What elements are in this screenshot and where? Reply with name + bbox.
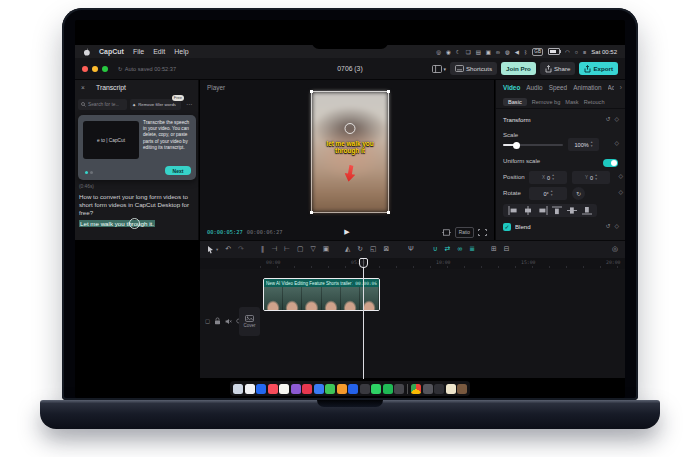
adjust-button[interactable]: ⊞ — [491, 246, 497, 253]
scale-value-field[interactable]: 100% ▴▾ — [568, 138, 599, 151]
shortcuts-button[interactable]: Shortcuts — [450, 62, 497, 75]
dock-app-green-2[interactable] — [383, 384, 393, 394]
tab-animation[interactable]: Animation — [573, 84, 601, 91]
dock-notes[interactable] — [279, 384, 289, 394]
menu-help[interactable]: Help — [174, 48, 188, 55]
menu-status-icon[interactable]: ∞ — [496, 49, 500, 55]
wifi-icon[interactable]: ◠ — [565, 49, 570, 55]
split-button[interactable]: ∥ — [261, 246, 264, 253]
menu-status-icon[interactable]: ◀ — [515, 49, 519, 55]
tab-adjust[interactable]: Adjust — [608, 84, 614, 91]
menu-status-icon[interactable]: ❏ — [466, 49, 471, 55]
dock-app-green[interactable] — [325, 384, 335, 394]
menu-capcut[interactable]: CapCut — [99, 48, 124, 55]
position-x-field[interactable]: X 0 ▴▾ — [529, 171, 567, 184]
apple-menu[interactable] — [83, 48, 90, 56]
tab-video[interactable]: Video — [503, 84, 520, 91]
dock-app-dark[interactable] — [360, 384, 370, 394]
align-bottom-icon[interactable] — [582, 206, 592, 215]
auto-ripple-toggle[interactable]: ⇄ — [445, 246, 451, 253]
scale-stepper[interactable]: ▴▾ — [591, 141, 593, 148]
dock-appstore[interactable] — [348, 384, 358, 394]
fit-screen-icon[interactable] — [442, 229, 451, 236]
selection-handle[interactable] — [387, 211, 390, 214]
align-top-icon[interactable] — [552, 206, 562, 215]
undo-button[interactable]: ↶ — [225, 246, 231, 253]
search-input[interactable]: Search for te... — [78, 99, 127, 110]
lock-icon[interactable] — [214, 317, 221, 325]
highlighted-text[interactable]: Let me walk you through it. — [79, 220, 155, 227]
blend-checkbox[interactable]: ✓ — [503, 223, 511, 231]
tab-speed[interactable]: Speed — [549, 84, 567, 91]
mask-button[interactable]: ▽ — [310, 246, 315, 253]
minimize-window-button[interactable] — [92, 66, 98, 72]
rotate-stepper[interactable]: ▴▾ — [551, 190, 553, 197]
reset-icon[interactable]: ↺ — [606, 223, 611, 229]
dock-whatsapp[interactable] — [371, 384, 381, 394]
dock-app-gray[interactable] — [394, 384, 404, 394]
transcript-paragraph[interactable]: How to convert your long form videos to … — [79, 193, 195, 217]
rotate-field[interactable]: 0° ▴▾ — [529, 187, 567, 200]
tabs-overflow-icon[interactable]: › — [620, 84, 622, 91]
menu-edit[interactable]: Edit — [153, 48, 165, 55]
selection-handle[interactable] — [310, 211, 313, 214]
remove-filler-words-button[interactable]: ✦ Remove filler words Free — [130, 99, 181, 110]
mute-icon[interactable] — [225, 318, 232, 325]
rotate-90-button[interactable]: ↻ — [572, 187, 585, 200]
playhead-handle[interactable] — [359, 258, 368, 268]
align-center-h-icon[interactable] — [523, 206, 533, 215]
dock-app-red[interactable] — [302, 384, 312, 394]
dock-notes-2[interactable] — [446, 384, 456, 394]
rotate-button[interactable]: ↻ — [357, 246, 363, 253]
menu-status-icon[interactable]: ☾ — [456, 49, 461, 55]
magnet-toggle[interactable]: ∪ — [433, 246, 438, 253]
join-pro-button[interactable]: Join Pro — [501, 62, 536, 75]
align-left-icon[interactable] — [508, 206, 518, 215]
delete-right-button[interactable]: ⊢ — [284, 246, 290, 253]
crop-button[interactable]: ▣ — [323, 246, 329, 253]
subtab-remove-bg[interactable]: Remove bg — [532, 99, 561, 105]
dock-app-blue-2[interactable] — [314, 384, 324, 394]
redo-button[interactable]: ↷ — [238, 246, 244, 253]
fullscreen-icon[interactable] — [478, 229, 487, 236]
subtab-basic[interactable]: Basic — [503, 98, 527, 106]
record-voiceover-button[interactable]: Ψ — [408, 246, 414, 253]
uniform-scale-toggle[interactable] — [603, 159, 618, 167]
more-options-icon[interactable]: ⋯ — [186, 100, 192, 107]
ratio-button[interactable]: Ratio — [455, 227, 474, 238]
freeze-button[interactable]: ▢ — [297, 246, 303, 253]
playhead-line[interactable] — [363, 258, 364, 379]
subtab-retouch[interactable]: Retouch — [584, 99, 605, 105]
share-button[interactable]: Share — [540, 62, 576, 75]
scale-keyframe-icon[interactable]: ◇ — [615, 140, 619, 146]
dock-chrome[interactable] — [411, 384, 421, 394]
track-height-toggle[interactable]: ≣ — [469, 246, 475, 253]
selection-handle[interactable] — [387, 90, 390, 93]
position-y-field[interactable]: Y 0 ▴▾ — [572, 171, 610, 184]
dock-app-dark-2[interactable] — [434, 384, 444, 394]
search-icon[interactable]: ○ — [575, 49, 578, 55]
rotate-keyframe-icon[interactable]: ◇ — [619, 189, 623, 195]
menu-status-icon[interactable]: ◉ — [446, 49, 451, 55]
x-stepper[interactable]: ▴▾ — [552, 174, 554, 181]
y-stepper[interactable]: ▴▾ — [595, 174, 597, 181]
zoom-window-button[interactable] — [102, 66, 108, 72]
export-button[interactable]: Export — [579, 62, 618, 75]
scale-slider-knob[interactable] — [513, 142, 520, 149]
link-preview-toggle[interactable]: ∞ — [457, 246, 462, 253]
menu-status-icon[interactable]: ▣ — [486, 49, 491, 55]
chevron-down-icon[interactable]: ▾ — [216, 247, 218, 252]
video-preview[interactable]: let me walk you through it — [312, 92, 388, 212]
main-track-icon[interactable]: ▢ — [205, 318, 210, 324]
scale-slider[interactable] — [503, 144, 563, 146]
delete-left-button[interactable]: ⊣ — [271, 246, 277, 253]
selection-handle[interactable] — [310, 90, 313, 93]
menu-file[interactable]: File — [133, 48, 144, 55]
dock-app-blue[interactable] — [256, 384, 266, 394]
position-keyframe-icon[interactable]: ◇ — [619, 173, 623, 179]
dock-app-brown[interactable] — [457, 384, 467, 394]
close-window-button[interactable] — [82, 66, 88, 72]
play-button[interactable]: ▶ — [344, 228, 349, 236]
dock-app-orange[interactable] — [337, 384, 347, 394]
align-right-icon[interactable] — [538, 206, 548, 215]
